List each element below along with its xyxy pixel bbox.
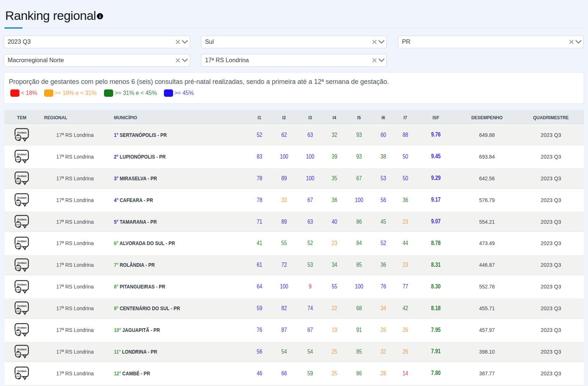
svg-text:Feedback: Feedback — [17, 240, 26, 242]
svg-text:(saúde): (saúde) — [15, 223, 21, 225]
svg-text:Feedback: Feedback — [17, 283, 26, 286]
svg-text:(saúde): (saúde) — [15, 202, 21, 203]
svg-text:(saúde): (saúde) — [15, 288, 21, 290]
svg-text:(saúde): (saúde) — [15, 159, 21, 160]
svg-text:(saúde): (saúde) — [15, 332, 21, 334]
svg-text:(saúde): (saúde) — [15, 180, 21, 182]
svg-text:(saúde): (saúde) — [15, 375, 21, 377]
svg-text:Feedback: Feedback — [17, 131, 26, 134]
svg-text:(saúde): (saúde) — [15, 354, 21, 355]
svg-text:(saúde): (saúde) — [15, 245, 21, 247]
svg-text:Feedback: Feedback — [17, 305, 26, 307]
svg-text:Feedback: Feedback — [17, 218, 26, 221]
svg-text:Feedback: Feedback — [17, 153, 26, 156]
svg-text:(saúde): (saúde) — [15, 267, 21, 269]
svg-text:i: i — [99, 14, 101, 19]
svg-text:Feedback: Feedback — [17, 175, 26, 177]
svg-text:Feedback: Feedback — [17, 326, 26, 329]
svg-text:Feedback: Feedback — [17, 370, 26, 372]
svg-text:(saúde): (saúde) — [15, 137, 21, 139]
svg-text:Feedback: Feedback — [17, 196, 26, 199]
svg-text:Feedback: Feedback — [17, 261, 26, 264]
svg-text:(saúde): (saúde) — [15, 310, 21, 312]
svg-text:Feedback: Feedback — [17, 348, 26, 351]
